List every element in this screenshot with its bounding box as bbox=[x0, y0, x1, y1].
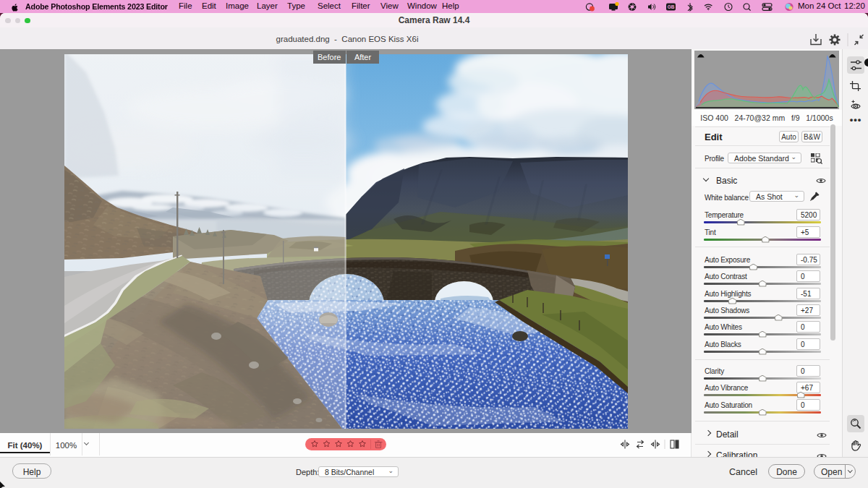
svg-text:GB: GB bbox=[668, 4, 675, 9]
